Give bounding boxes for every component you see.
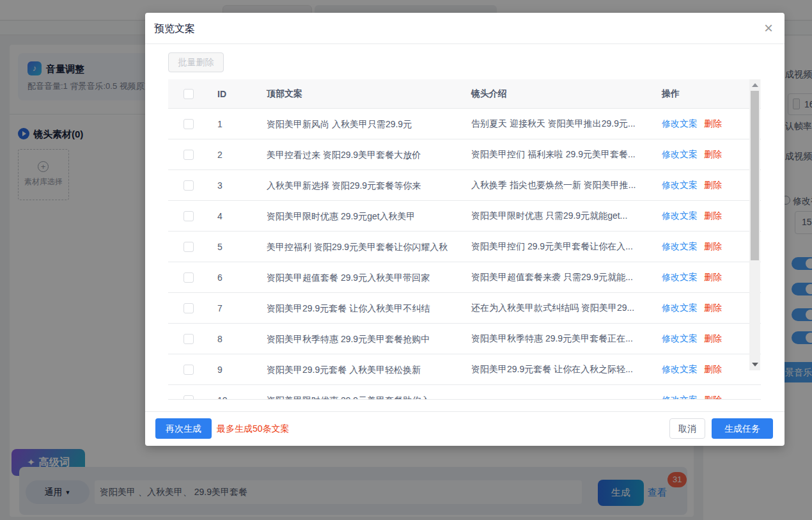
table-row: 2美甲控看过来 资阳29.9美甲套餐大放价资阳美甲控们 福利来啦 29.9元美甲… (168, 139, 761, 170)
row-actions: 修改文案删除 (662, 333, 722, 345)
row-top-copy: 入秋美甲新选择 资阳29.9元套餐等你来 (267, 179, 458, 191)
limit-hint-text: 最多生成50条文案 (217, 423, 290, 435)
row-checkbox[interactable] (183, 150, 194, 160)
row-checkbox[interactable] (183, 272, 194, 283)
table-row: 7资阳美甲29.9元套餐 让你入秋美甲不纠结还在为入秋美甲款式纠结吗 资阳美甲2… (168, 293, 761, 324)
table-header-row: ID 顶部文案 镜头介绍 操作 (168, 79, 761, 109)
row-top-copy: 资阳美甲29.9元套餐 入秋美甲轻松换新 (267, 363, 458, 375)
row-intro: 资阳美甲限时优惠 只需29.9元就能get... (471, 210, 649, 222)
delete-link[interactable]: 删除 (704, 303, 722, 313)
row-checkbox[interactable] (183, 211, 194, 221)
row-intro: 资阳美甲29.9元套餐 让你在入秋之际轻... (471, 364, 649, 375)
table-row: 8资阳美甲秋季特惠 29.9元美甲套餐抢购中资阳美甲秋季特惠 29.9元美甲套餐… (168, 324, 761, 354)
row-actions: 修改文案删除 (662, 364, 722, 375)
delete-link[interactable]: 删除 (704, 364, 722, 374)
edit-copy-link[interactable]: 修改文案 (662, 333, 698, 343)
row-top-copy: 资阳美甲秋季特惠 29.9元美甲套餐抢购中 (267, 333, 458, 345)
table-row: 10资阳美甲限时优惠 29.9元美甲套餐助你入修改文案删除 (168, 385, 761, 400)
row-id: 3 (217, 180, 223, 191)
row-top-copy: 美甲控福利 资阳29.9元美甲套餐让你闪耀入秋 (267, 240, 458, 253)
select-all-checkbox[interactable] (183, 89, 194, 99)
delete-link[interactable]: 删除 (704, 241, 722, 251)
edit-copy-link[interactable]: 修改文案 (662, 303, 698, 313)
batch-delete-button[interactable]: 批量删除 (168, 52, 224, 72)
row-actions: 修改文案删除 (662, 180, 722, 191)
row-checkbox[interactable] (183, 365, 194, 375)
row-checkbox[interactable] (183, 242, 194, 252)
delete-link[interactable]: 删除 (704, 210, 722, 221)
row-actions: 修改文案删除 (662, 303, 722, 314)
edit-copy-link[interactable]: 修改文案 (662, 118, 698, 129)
table-row: 4资阳美甲限时优惠 29.9元get入秋美甲资阳美甲限时优惠 只需29.9元就能… (168, 201, 761, 232)
column-header-id: ID (217, 89, 226, 99)
delete-link[interactable]: 删除 (704, 118, 722, 129)
row-actions: 修改文案删除 (662, 149, 722, 161)
row-intro: 资阳美甲控们 29.9元美甲套餐让你在入... (471, 241, 649, 253)
row-checkbox[interactable] (183, 395, 194, 400)
table-scrollbar[interactable] (749, 79, 760, 370)
column-header-intro: 镜头介绍 (471, 88, 507, 100)
delete-link[interactable]: 删除 (704, 149, 722, 159)
table-row: 5美甲控福利 资阳29.9元美甲套餐让你闪耀入秋资阳美甲控们 29.9元美甲套餐… (168, 232, 761, 262)
row-top-copy: 资阳美甲超值套餐 29.9元入秋美甲带回家 (267, 271, 458, 283)
table-row: 3入秋美甲新选择 资阳29.9元套餐等你来入秋换季 指尖也要焕然一新 资阳美甲推… (168, 170, 761, 201)
edit-copy-link[interactable]: 修改文案 (662, 364, 698, 374)
row-intro: 资阳美甲秋季特惠 29.9元美甲套餐正在... (471, 333, 649, 345)
delete-link[interactable]: 删除 (704, 272, 722, 282)
close-icon[interactable]: × (764, 19, 773, 37)
row-id: 8 (217, 334, 223, 344)
row-intro: 资阳美甲超值套餐来袭 只需29.9元就能... (471, 272, 649, 283)
modal-title: 预览文案 (154, 22, 195, 36)
row-id: 6 (217, 272, 223, 283)
edit-copy-link[interactable]: 修改文案 (662, 210, 698, 221)
table-row: 6资阳美甲超值套餐 29.9元入秋美甲带回家资阳美甲超值套餐来袭 只需29.9元… (168, 262, 761, 293)
row-actions: 修改文案删除 (662, 241, 722, 253)
row-top-copy: 资阳美甲限时优惠 29.9元美甲套餐助你入 (267, 394, 458, 400)
delete-link[interactable]: 删除 (704, 333, 722, 343)
edit-copy-link[interactable]: 修改文案 (662, 180, 698, 190)
scroll-down-icon[interactable] (752, 363, 758, 366)
row-actions: 修改文案删除 (662, 118, 722, 130)
row-id: 10 (217, 395, 228, 400)
regenerate-button[interactable]: 再次生成 (155, 418, 212, 439)
row-id: 5 (217, 242, 223, 252)
row-checkbox[interactable] (183, 303, 194, 313)
row-intro: 资阳美甲控们 福利来啦 29.9元美甲套餐... (471, 149, 649, 161)
modal-footer: 再次生成 最多生成50条文案 取消 生成任务 (145, 411, 785, 446)
row-id: 2 (217, 150, 223, 160)
row-id: 9 (217, 365, 223, 375)
row-actions: 修改文案删除 (662, 395, 722, 400)
column-header-ops: 操作 (662, 88, 680, 100)
modal-header: 预览文案 × (145, 13, 785, 44)
row-intro: 入秋换季 指尖也要焕然一新 资阳美甲推... (471, 180, 649, 191)
row-id: 1 (217, 119, 223, 129)
row-actions: 修改文案删除 (662, 210, 722, 222)
delete-link[interactable]: 删除 (704, 180, 722, 190)
column-header-top: 顶部文案 (267, 88, 302, 100)
cancel-button[interactable]: 取消 (669, 418, 705, 439)
row-actions: 修改文案删除 (662, 272, 722, 283)
table-row: 9资阳美甲29.9元套餐 入秋美甲轻松换新资阳美甲29.9元套餐 让你在入秋之际… (168, 354, 761, 385)
row-intro: 还在为入秋美甲款式纠结吗 资阳美甲29... (471, 303, 649, 314)
preview-copy-modal: 预览文案 × 批量删除 ID 顶部文案 镜头介绍 操作 1资阳美甲新风尚 入秋美… (145, 13, 785, 446)
table-row: 1资阳美甲新风尚 入秋美甲只需29.9元告别夏天 迎接秋天 资阳美甲推出29.9… (168, 109, 761, 139)
edit-copy-link[interactable]: 修改文案 (662, 241, 698, 251)
scrollbar-thumb[interactable] (751, 91, 759, 260)
row-checkbox[interactable] (183, 180, 194, 191)
generate-task-button[interactable]: 生成任务 (712, 418, 773, 439)
row-id: 7 (217, 303, 223, 313)
row-intro: 告别夏天 迎接秋天 资阳美甲推出29.9元... (471, 118, 649, 130)
row-top-copy: 资阳美甲限时优惠 29.9元get入秋美甲 (267, 210, 458, 222)
row-checkbox[interactable] (183, 334, 194, 344)
row-top-copy: 资阳美甲29.9元套餐 让你入秋美甲不纠结 (267, 302, 458, 314)
row-top-copy: 美甲控看过来 资阳29.9美甲套餐大放价 (267, 148, 458, 161)
row-id: 4 (217, 211, 223, 221)
scroll-up-icon[interactable] (752, 83, 758, 87)
row-checkbox[interactable] (183, 119, 194, 129)
edit-copy-link[interactable]: 修改文案 (662, 272, 698, 282)
edit-copy-link[interactable]: 修改文案 (662, 395, 698, 400)
delete-link[interactable]: 删除 (704, 395, 722, 400)
edit-copy-link[interactable]: 修改文案 (662, 149, 698, 159)
row-top-copy: 资阳美甲新风尚 入秋美甲只需29.9元 (267, 118, 458, 130)
copy-table: ID 顶部文案 镜头介绍 操作 1资阳美甲新风尚 入秋美甲只需29.9元告别夏天… (168, 79, 761, 400)
